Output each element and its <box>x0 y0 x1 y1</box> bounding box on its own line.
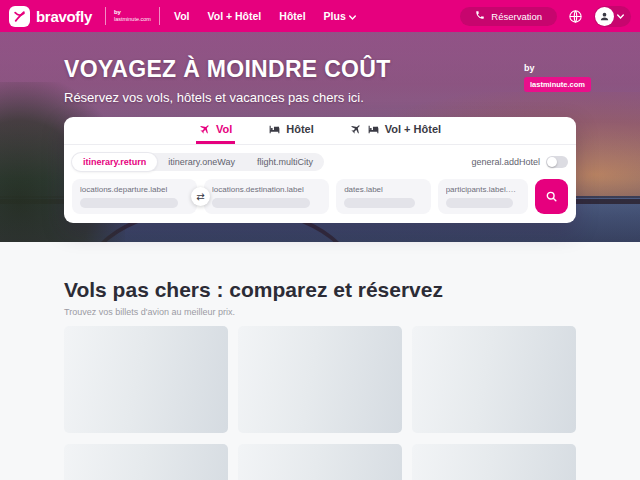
user-icon <box>599 11 610 22</box>
hero-badge-brand: lastminute.com <box>524 77 591 92</box>
brand-by-label: by <box>114 9 151 16</box>
skeleton-card <box>238 444 402 480</box>
tab-hotel[interactable]: Hôtel <box>265 117 317 144</box>
reservation-button[interactable]: Réservation <box>460 7 557 26</box>
tab-hotel-label: Hôtel <box>286 123 314 135</box>
nav-item-vol[interactable]: Vol <box>174 10 190 22</box>
destination-field-skeleton <box>212 198 310 208</box>
tab-vol-hotel[interactable]: Vol + Hôtel <box>347 117 444 144</box>
participants-field-skeleton <box>446 198 513 208</box>
section-subtitle: Trouvez vos billets d'avion au meilleur … <box>64 307 576 317</box>
magnifier-icon <box>545 190 558 203</box>
main-nav: Vol Vol + Hôtel Hôtel Plus <box>174 10 356 22</box>
destination-field[interactable]: locations.destination.label <box>204 179 329 214</box>
header-actions: Réservation <box>460 6 631 27</box>
add-hotel-option: general.addHotel <box>471 156 568 168</box>
hero-copy: VOYAGEZ À MOINDRE COÛT Réservez vos vols… <box>64 56 391 105</box>
tab-vol[interactable]: Vol <box>196 117 235 144</box>
avatar <box>595 7 614 26</box>
reservation-label: Réservation <box>491 11 542 22</box>
nav-plus-label: Plus <box>324 10 346 22</box>
departure-field-skeleton <box>80 198 178 208</box>
dates-field-skeleton <box>344 198 415 208</box>
bravofly-bird-icon <box>9 6 30 27</box>
swap-arrows-icon: ⇄ <box>196 191 204 202</box>
add-hotel-toggle[interactable] <box>546 156 568 168</box>
participants-field[interactable]: participants.label.wit... <box>438 179 528 214</box>
skeleton-card <box>64 326 228 433</box>
section-title: Vols pas chers : comparez et réservez <box>64 278 576 302</box>
skeleton-card <box>412 444 576 480</box>
deals-grid <box>64 326 576 480</box>
hero-by-badge: by lastminute.com <box>524 63 591 92</box>
trip-type-return[interactable]: itinerary.return <box>72 153 157 171</box>
search-options-row: itinerary.return itinerary.oneWay flight… <box>64 145 576 174</box>
brand-by-block: by lastminute.com <box>105 7 160 25</box>
tab-vol-hotel-label: Vol + Hôtel <box>385 123 441 135</box>
hero-title: VOYAGEZ À MOINDRE COÛT <box>64 56 391 83</box>
dates-field[interactable]: dates.label <box>336 179 431 214</box>
nav-item-vol-hotel[interactable]: Vol + Hôtel <box>208 10 262 22</box>
brand-name: bravofly <box>36 8 92 25</box>
skeleton-card <box>238 326 402 433</box>
nav-item-hotel[interactable]: Hôtel <box>279 10 305 22</box>
dates-field-label: dates.label <box>344 185 423 194</box>
bed-icon <box>367 123 380 136</box>
skeleton-card <box>64 444 228 480</box>
cheap-flights-section: Vols pas chers : comparez et réservez Tr… <box>0 242 640 480</box>
search-fields-row: locations.departure.label ⇄ locations.de… <box>64 174 576 223</box>
search-tabs: Vol Hôtel Vol + Hôtel <box>64 117 576 145</box>
toggle-knob <box>547 157 557 167</box>
chevron-down-icon <box>617 14 624 19</box>
participants-field-label: participants.label.wit... <box>446 185 520 194</box>
language-globe-button[interactable] <box>568 9 583 24</box>
add-hotel-label: general.addHotel <box>471 157 540 167</box>
search-card: Vol Hôtel Vol + Hôtel itinerary.return i… <box>64 117 576 223</box>
nav-item-plus[interactable]: Plus <box>324 10 356 22</box>
plane-icon <box>347 121 364 138</box>
destination-field-label: locations.destination.label <box>212 185 321 194</box>
departure-field[interactable]: locations.departure.label <box>72 179 197 214</box>
hero-badge-by: by <box>524 63 591 73</box>
swap-locations-button[interactable]: ⇄ <box>191 187 210 206</box>
phone-icon <box>475 10 485 22</box>
tab-vol-label: Vol <box>216 123 232 135</box>
brand-logo[interactable]: bravofly by lastminute.com <box>9 6 160 27</box>
brand-by-name: lastminute.com <box>114 16 151 23</box>
chevron-down-icon <box>349 10 356 22</box>
hero-subtitle: Réservez vos vols, hôtels et vacances pa… <box>64 90 391 105</box>
search-submit-button[interactable] <box>535 179 568 214</box>
app-header: bravofly by lastminute.com Vol Vol + Hôt… <box>0 0 640 32</box>
plane-icon <box>196 121 213 138</box>
skeleton-card <box>412 326 576 433</box>
trip-type-oneway[interactable]: itinerary.oneWay <box>157 153 246 171</box>
account-menu-button[interactable] <box>594 6 631 27</box>
bed-icon <box>268 123 281 136</box>
trip-type-multicity[interactable]: flight.multiCity <box>246 153 324 171</box>
trip-type-selector: itinerary.return itinerary.oneWay flight… <box>72 153 324 171</box>
globe-icon <box>568 9 583 24</box>
departure-field-label: locations.departure.label <box>80 185 189 194</box>
